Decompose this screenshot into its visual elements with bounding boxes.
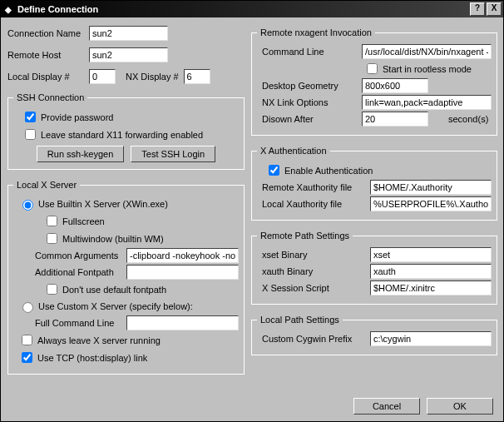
builtin-x-radio[interactable] — [22, 200, 33, 211]
fullscreen-label: Fullscreen — [62, 216, 105, 226]
nx-display-label: NX Display # — [126, 72, 179, 82]
builtin-x-label: Use Builtin X Server (XWin.exe) — [38, 199, 168, 209]
custom-x-label: Use Custom X Server (specify below): — [38, 301, 193, 311]
connection-name-label: Connection Name — [7, 28, 89, 38]
enable-auth-label: Enable Authentication — [284, 166, 373, 176]
additional-fontpath-input[interactable] — [126, 265, 239, 280]
local-x-group: Local X Server Use Builtin X Server (XWi… — [7, 180, 245, 375]
full-cmd-label: Full Command Line — [35, 318, 126, 328]
common-args-input[interactable] — [126, 248, 239, 263]
titlebar[interactable]: ◆ Define Connection ? X — [1, 1, 503, 17]
common-args-label: Common Arguments — [35, 251, 126, 261]
session-label: X Session Script — [257, 283, 370, 293]
rootless-check[interactable] — [367, 63, 378, 74]
provide-password-check[interactable] — [25, 112, 36, 122]
always-leave-label: Always leave X server running — [37, 335, 161, 345]
local-path-legend: Local Path Settings — [257, 315, 343, 325]
xauth-legend: X Authentication — [257, 146, 330, 156]
ssh-group: SSH Connection Provide password Leave st… — [7, 92, 245, 170]
cmd-line-input[interactable] — [362, 44, 492, 59]
no-default-fontpath-check[interactable] — [47, 284, 57, 295]
multiwindow-label: Multiwindow (builtin WM) — [62, 234, 164, 244]
leave-x11-label: Leave standard X11 forwarding enabled — [41, 130, 203, 140]
rootless-label: Start in rootless mode — [383, 64, 472, 74]
connection-name-input[interactable] — [89, 26, 168, 41]
local-display-label: Local Display # — [7, 72, 89, 82]
leave-x11-check[interactable] — [25, 129, 36, 140]
enable-auth-check[interactable] — [269, 165, 279, 176]
local-xauth-label: Local Xauthority file — [257, 199, 370, 209]
always-leave-check[interactable] — [22, 335, 32, 345]
cygwin-input[interactable] — [370, 331, 492, 346]
remote-host-label: Remote Host — [7, 50, 89, 60]
test-ssh-login-button[interactable]: Test SSH Login — [131, 146, 215, 162]
remote-host-input[interactable] — [89, 47, 168, 62]
nxagent-group: Remote nxagent Invocation Command Line S… — [251, 27, 497, 136]
custom-x-radio[interactable] — [22, 302, 33, 313]
link-options-input[interactable] — [362, 95, 492, 110]
geometry-label: Desktop Geometry — [257, 81, 362, 91]
provide-password-label: Provide password — [41, 112, 113, 122]
xset-label: xset Binary — [257, 250, 370, 260]
local-display-input[interactable] — [89, 69, 116, 84]
remote-xauth-input[interactable] — [370, 180, 492, 195]
link-options-label: NX Link Options — [257, 97, 362, 107]
disown-label: Disown After — [257, 114, 362, 124]
use-tcp-label: Use TCP (host:display) link — [37, 353, 147, 363]
remote-xauth-label: Remote Xauthority file — [257, 182, 370, 192]
disown-unit: second(s) — [448, 114, 488, 124]
run-ssh-keygen-button[interactable]: Run ssh-keygen — [37, 146, 125, 162]
local-x-legend: Local X Server — [13, 180, 80, 190]
use-tcp-check[interactable] — [22, 352, 32, 363]
app-icon: ◆ — [2, 3, 14, 15]
title-text: Define Connection — [17, 4, 468, 14]
remote-path-legend: Remote Path Settings — [257, 231, 353, 241]
geometry-input[interactable] — [362, 78, 428, 93]
full-cmd-input[interactable] — [126, 315, 239, 330]
close-button[interactable]: X — [487, 2, 502, 16]
define-connection-dialog: ◆ Define Connection ? X Connection Name … — [0, 0, 504, 422]
cancel-button[interactable]: Cancel — [353, 398, 420, 415]
xauth-group: X Authentication Enable Authentication R… — [251, 146, 497, 221]
xauth2-label: xauth Binary — [257, 266, 370, 276]
disown-input[interactable] — [362, 112, 428, 127]
local-xauth-input[interactable] — [370, 196, 492, 211]
fullscreen-check[interactable] — [47, 216, 57, 226]
remote-path-group: Remote Path Settings xset Binary xauth B… — [251, 231, 497, 305]
no-default-fontpath-label: Don't use default fontpath — [62, 285, 166, 295]
ssh-legend: SSH Connection — [13, 92, 87, 102]
additional-fontpath-label: Additional Fontpath — [35, 267, 126, 277]
xauth2-input[interactable] — [370, 264, 492, 279]
session-input[interactable] — [370, 281, 492, 295]
multiwindow-check[interactable] — [47, 233, 57, 244]
xset-input[interactable] — [370, 247, 492, 262]
cmd-line-label: Command Line — [257, 47, 362, 57]
nx-display-input[interactable] — [184, 69, 210, 84]
help-button[interactable]: ? — [470, 2, 485, 16]
cygwin-label: Custom Cygwin Prefix — [257, 334, 370, 344]
local-path-group: Local Path Settings Custom Cygwin Prefix — [251, 315, 497, 355]
ok-button[interactable]: OK — [427, 398, 493, 415]
nxagent-legend: Remote nxagent Invocation — [257, 27, 375, 37]
